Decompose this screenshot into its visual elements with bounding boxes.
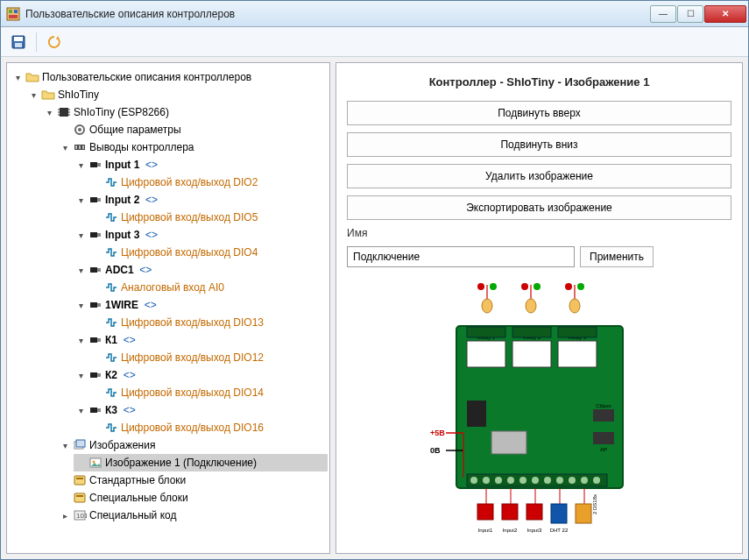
chevron-down-icon[interactable]: ▾ <box>75 160 86 170</box>
tree-pin-onewire[interactable]: ▾1WIRE <> <box>74 296 328 314</box>
folder-open-icon <box>41 88 55 102</box>
images-icon <box>73 438 87 452</box>
svg-rect-30 <box>90 337 97 343</box>
delete-image-button[interactable]: Удалить изображение <box>347 164 731 188</box>
svg-point-53 <box>526 299 536 313</box>
svg-rect-41 <box>76 478 83 479</box>
chevron-down-icon[interactable]: ▾ <box>75 301 86 310</box>
chevron-down-icon[interactable]: ▾ <box>60 143 70 152</box>
tree-pin-k3-sub[interactable]: ▾Цифровой вход/выход DIO16 <box>89 419 328 436</box>
tree-pin-input3[interactable]: ▾Input 3 <> <box>74 226 328 244</box>
move-down-button[interactable]: Подвинуть вниз <box>347 132 731 157</box>
gear-icon <box>73 123 87 137</box>
svg-rect-34 <box>90 408 97 413</box>
svg-point-75 <box>507 477 514 484</box>
tree-pin-k1-sub[interactable]: ▾Цифровой вход/выход DIO12 <box>89 349 328 366</box>
svg-rect-1 <box>9 10 12 13</box>
chevron-down-icon[interactable]: ▾ <box>28 90 39 100</box>
svg-text:101: 101 <box>76 512 87 520</box>
name-input[interactable] <box>347 246 575 267</box>
tree-pins[interactable]: ▾ Выводы контроллера <box>58 138 328 156</box>
svg-rect-23 <box>97 198 101 202</box>
maximize-button[interactable]: ☐ <box>677 5 703 23</box>
close-button[interactable]: ✕ <box>704 5 746 23</box>
svg-rect-56 <box>467 341 505 367</box>
svg-rect-24 <box>90 232 97 237</box>
svg-rect-20 <box>90 162 97 167</box>
signal-icon <box>104 175 118 189</box>
tree-spec-code[interactable]: ▸ 101 Специальный код <box>58 507 328 524</box>
svg-rect-28 <box>90 302 97 308</box>
svg-point-51 <box>577 283 584 290</box>
svg-text:Сброс: Сброс <box>596 403 611 408</box>
tree-root[interactable]: ▾ Пользовательские описания контроллеров <box>11 68 328 86</box>
svg-rect-37 <box>76 440 85 447</box>
window-buttons: — ☐ ✕ <box>650 5 746 23</box>
tree-chip[interactable]: ▾ ShIoTiny (ESP8266) <box>42 103 328 121</box>
svg-rect-31 <box>97 338 101 342</box>
pin-icon <box>88 403 102 417</box>
tree-pin-input2-sub[interactable]: ▾Цифровой вход/выход DIO5 <box>89 209 328 226</box>
tree-image-1[interactable]: ▾ Изображение 1 (Подключение) <box>74 454 328 471</box>
pin-icon <box>88 368 102 382</box>
svg-rect-5 <box>14 37 23 41</box>
folder-open-icon <box>25 70 39 84</box>
refresh-button[interactable] <box>44 32 65 53</box>
svg-rect-29 <box>97 303 101 307</box>
chevron-down-icon[interactable]: ▾ <box>75 406 86 415</box>
export-image-button[interactable]: Экспортировать изображение <box>347 195 731 220</box>
tree-panel[interactable]: ▾ Пользовательские описания контроллеров… <box>6 62 330 554</box>
save-button[interactable] <box>8 32 29 53</box>
signal-icon <box>104 315 118 330</box>
board-image: Relay 1 Relay 2 Relay 3 Сброс AP <box>347 274 731 544</box>
tree-pin-k1[interactable]: ▾К1 <> <box>74 331 328 349</box>
tree-device[interactable]: ▾ ShIoTiny <box>26 86 328 103</box>
tree-pin-k2-sub[interactable]: ▾Цифровой вход/выход DIO14 <box>89 384 328 401</box>
svg-point-81 <box>581 477 588 484</box>
svg-text:AP: AP <box>599 447 606 452</box>
svg-rect-2 <box>14 10 18 13</box>
tree-pin-adc1[interactable]: ▾ADC1 <> <box>74 261 328 279</box>
tree-pin-adc1-sub[interactable]: ▾Аналоговый вход AI0 <box>89 279 328 296</box>
svg-rect-26 <box>90 267 97 273</box>
block-icon <box>73 491 87 505</box>
signal-icon <box>104 280 118 294</box>
image-icon <box>88 456 102 470</box>
svg-point-82 <box>593 477 600 484</box>
tree-pin-onewire-sub[interactable]: ▾Цифровой вход/выход DIO13 <box>89 314 328 331</box>
svg-point-74 <box>495 477 502 484</box>
chevron-down-icon[interactable]: ▾ <box>44 108 54 117</box>
pin-icon <box>88 228 102 242</box>
tree-pin-input1-sub[interactable]: ▾Цифровой вход/выход DIO2 <box>89 174 328 191</box>
chevron-down-icon[interactable]: ▾ <box>75 336 86 345</box>
chevron-down-icon[interactable]: ▾ <box>12 73 23 82</box>
apply-button[interactable]: Применить <box>580 246 654 267</box>
tree-pin-input2[interactable]: ▾Input 2 <> <box>74 191 328 209</box>
tree-general[interactable]: ▾ Общие параметры <box>58 121 328 138</box>
signal-icon <box>104 421 118 435</box>
minimize-button[interactable]: — <box>650 5 676 23</box>
tree-spec-blocks[interactable]: ▾ Специальные блоки <box>58 489 328 507</box>
tree-images[interactable]: ▾ Изображения <box>58 436 328 454</box>
tree-pin-k3[interactable]: ▾К3 <> <box>74 401 328 419</box>
svg-text:DHT 22: DHT 22 <box>549 528 568 533</box>
chevron-down-icon[interactable]: ▾ <box>75 230 86 240</box>
detail-panel: Контроллер - ShIoTiny - Изображение 1 По… <box>336 62 743 554</box>
chevron-down-icon[interactable]: ▾ <box>60 441 70 450</box>
svg-point-79 <box>556 477 563 484</box>
window-title: Пользовательские описания контроллеров <box>25 8 650 20</box>
tree-pin-k2[interactable]: ▾К2 <> <box>74 366 328 384</box>
chevron-right-icon[interactable]: ▸ <box>60 511 70 521</box>
chevron-down-icon[interactable]: ▾ <box>75 195 86 205</box>
pin-icon <box>88 193 102 207</box>
tree-std-blocks[interactable]: ▾ Стандартные блоки <box>58 471 328 489</box>
svg-text:2 DS18x: 2 DS18x <box>592 494 597 514</box>
move-up-button[interactable]: Подвинуть вверх <box>347 101 731 125</box>
svg-point-78 <box>544 477 551 484</box>
controller-board-svg: Relay 1 Relay 2 Relay 3 Сброс AP <box>404 278 675 541</box>
tree-pin-input1[interactable]: ▾Input 1 <> <box>74 156 328 174</box>
toolbar <box>1 27 748 57</box>
chevron-down-icon[interactable]: ▾ <box>75 371 86 380</box>
chevron-down-icon[interactable]: ▾ <box>75 266 86 275</box>
tree-pin-input3-sub[interactable]: ▾Цифровой вход/выход DIO4 <box>89 244 328 261</box>
